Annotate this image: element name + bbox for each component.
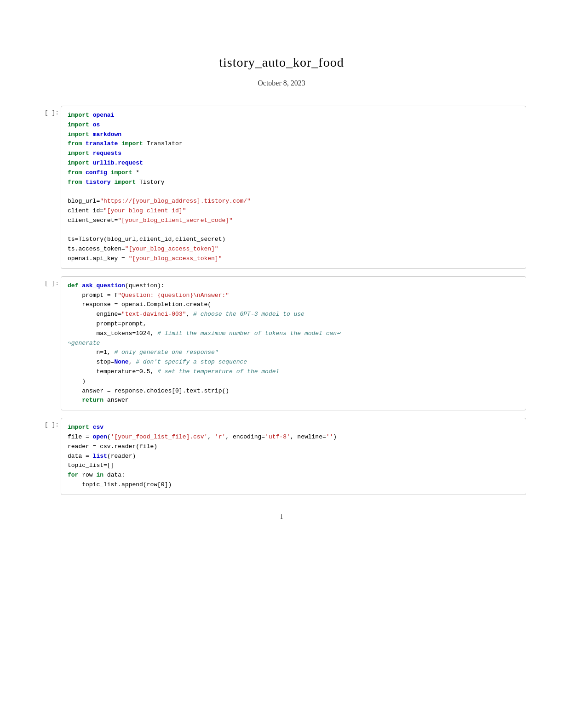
page-number: 1 [37, 513, 526, 521]
cell-1-code[interactable]: import openai import os import markdown … [61, 106, 526, 269]
cell-1-label: [ ]: [37, 106, 61, 116]
cell-1: [ ]: import openai import os import mark… [37, 106, 526, 269]
cell-3-code[interactable]: import csv file = open('[your_food_list_… [61, 418, 526, 495]
cell-2-code[interactable]: def ask_question(question): prompt = f"Q… [61, 276, 526, 410]
cell-3: [ ]: import csv file = open('[your_food_… [37, 418, 526, 495]
page-date: October 8, 2023 [37, 79, 526, 87]
cell-2-label: [ ]: [37, 276, 61, 287]
cell-3-label: [ ]: [37, 418, 61, 428]
page-title: tistory_auto_kor_food [37, 55, 526, 70]
cell-2: [ ]: def ask_question(question): prompt … [37, 276, 526, 410]
